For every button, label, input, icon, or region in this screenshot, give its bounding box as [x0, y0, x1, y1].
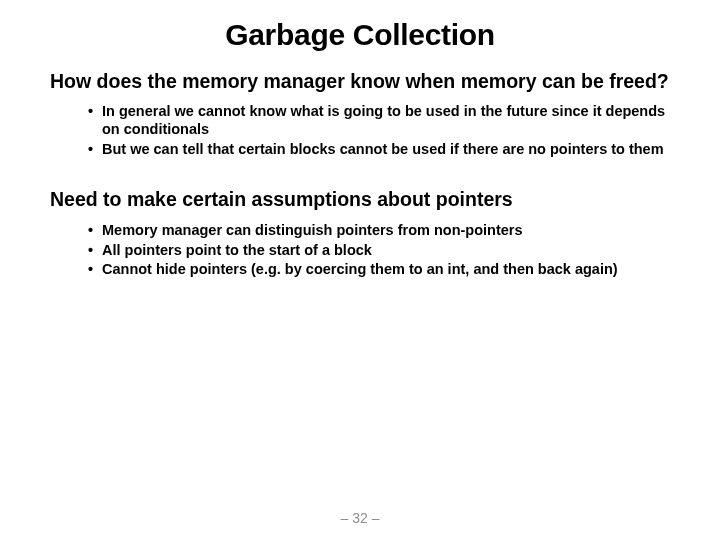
page-number: – 32 –: [0, 510, 720, 526]
list-item: In general we cannot know what is going …: [88, 103, 680, 138]
list-item: But we can tell that certain blocks cann…: [88, 141, 680, 159]
list-item: Memory manager can distinguish pointers …: [88, 222, 680, 240]
slide-title: Garbage Collection: [40, 18, 680, 52]
section-heading-2: Need to make certain assumptions about p…: [40, 188, 680, 211]
section-heading-1: How does the memory manager know when me…: [40, 70, 680, 93]
bullet-list-1: In general we cannot know what is going …: [40, 103, 680, 158]
bullet-list-2: Memory manager can distinguish pointers …: [40, 222, 680, 279]
list-item: All pointers point to the start of a blo…: [88, 242, 680, 260]
list-item: Cannot hide pointers (e.g. by coercing t…: [88, 261, 680, 279]
slide: Garbage Collection How does the memory m…: [0, 0, 720, 540]
